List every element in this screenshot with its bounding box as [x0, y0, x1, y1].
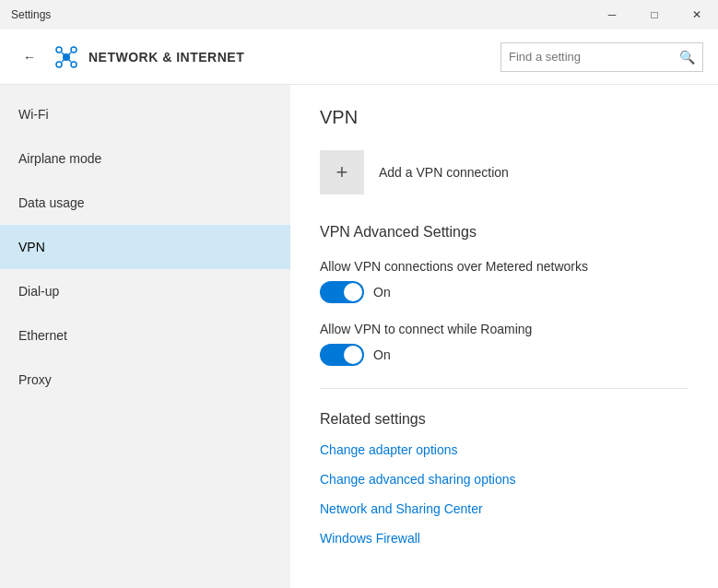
back-button[interactable]: ←: [15, 42, 44, 72]
main-content: Wi-Fi Airplane mode Data usage VPN Dial-…: [0, 85, 718, 588]
window-title: Settings: [11, 8, 51, 21]
network-sharing-center-link[interactable]: Network and Sharing Center: [320, 501, 689, 516]
sidebar: Wi-Fi Airplane mode Data usage VPN Dial-…: [0, 85, 290, 588]
svg-point-4: [71, 62, 77, 67]
advanced-settings-title: VPN Advanced Settings: [320, 224, 689, 241]
svg-line-8: [68, 59, 71, 62]
search-icon: 🔍: [679, 50, 695, 65]
add-vpn-icon: +: [320, 150, 364, 194]
sidebar-item-ethernet-label: Ethernet: [18, 328, 67, 343]
toggle-metered-row: Allow VPN connections over Metered netwo…: [320, 259, 689, 303]
minimize-button[interactable]: ─: [591, 0, 633, 29]
close-button[interactable]: ✕: [676, 0, 718, 29]
change-adapter-link[interactable]: Change adapter options: [320, 442, 689, 457]
app-header-left: ← NETWORK & INTERNET: [15, 42, 244, 72]
title-bar-left: Settings: [11, 8, 51, 21]
related-settings-title: Related settings: [320, 411, 689, 428]
maximize-button[interactable]: □: [633, 0, 676, 29]
toggle-metered[interactable]: [320, 281, 364, 303]
svg-point-1: [56, 47, 62, 53]
svg-point-3: [56, 62, 62, 67]
section-title: VPN: [320, 107, 689, 128]
toggle-metered-thumb: [344, 283, 362, 301]
settings-window: Settings ─ □ ✕ ← NETWORK & INTERNET: [0, 0, 718, 588]
svg-line-5: [62, 53, 65, 55]
change-advanced-sharing-link[interactable]: Change advanced sharing options: [320, 472, 689, 487]
sidebar-item-wifi[interactable]: Wi-Fi: [0, 92, 290, 136]
toggle-metered-state: On: [373, 285, 391, 300]
sidebar-item-airplane-label: Airplane mode: [18, 151, 101, 166]
toggle-roaming-row: Allow VPN to connect while Roaming On: [320, 322, 689, 366]
sidebar-item-data-usage[interactable]: Data usage: [0, 181, 290, 225]
sidebar-item-vpn-label: VPN: [18, 240, 45, 254]
windows-firewall-link[interactable]: Windows Firewall: [320, 531, 689, 546]
sidebar-item-wifi-label: Wi-Fi: [18, 107, 49, 122]
toggle-roaming-state: On: [373, 347, 391, 362]
toggle-roaming-thumb: [344, 346, 362, 364]
sidebar-item-vpn[interactable]: VPN: [0, 225, 290, 269]
network-icon: [55, 46, 77, 68]
sidebar-item-dialup-label: Dial-up: [18, 284, 59, 299]
search-input[interactable]: [509, 50, 679, 64]
sidebar-item-dialup[interactable]: Dial-up: [0, 269, 290, 313]
right-panel: VPN + Add a VPN connection VPN Advanced …: [290, 85, 718, 588]
sidebar-item-data-usage-label: Data usage: [18, 195, 85, 210]
add-vpn-label: Add a VPN connection: [379, 165, 509, 180]
toggle-roaming-control: On: [320, 344, 689, 366]
title-bar: Settings ─ □ ✕: [0, 0, 718, 29]
title-bar-controls: ─ □ ✕: [591, 0, 718, 29]
sidebar-item-airplane[interactable]: Airplane mode: [0, 136, 290, 181]
sidebar-item-proxy-label: Proxy: [18, 372, 52, 387]
toggle-roaming-label: Allow VPN to connect while Roaming: [320, 322, 689, 336]
divider: [320, 388, 689, 389]
app-header: ← NETWORK & INTERNET 🔍: [0, 29, 718, 85]
toggle-roaming[interactable]: [320, 344, 364, 366]
search-box[interactable]: 🔍: [500, 42, 703, 72]
svg-line-6: [68, 53, 71, 55]
toggle-metered-label: Allow VPN connections over Metered netwo…: [320, 259, 689, 274]
sidebar-item-ethernet[interactable]: Ethernet: [0, 313, 290, 358]
svg-point-2: [71, 47, 77, 53]
svg-line-7: [62, 59, 65, 62]
toggle-metered-control: On: [320, 281, 689, 303]
add-vpn-button[interactable]: + Add a VPN connection: [320, 150, 689, 194]
sidebar-item-proxy[interactable]: Proxy: [0, 358, 290, 402]
app-title: NETWORK & INTERNET: [88, 50, 244, 65]
